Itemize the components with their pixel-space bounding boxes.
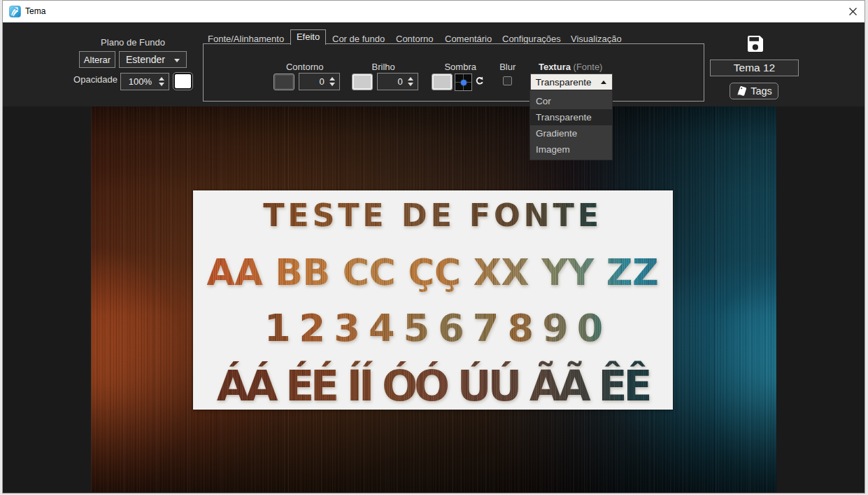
shadow-direction-pad[interactable] bbox=[455, 74, 472, 91]
spinner-arrows[interactable] bbox=[157, 74, 166, 90]
outline-color-swatch[interactable] bbox=[273, 74, 294, 90]
glow-label: Brilho bbox=[361, 62, 406, 72]
app-root: Tema Plano de Fundo Alterar Estender Opa… bbox=[0, 0, 868, 495]
texture-option-gradiente[interactable]: Gradiente bbox=[530, 125, 612, 141]
close-button[interactable] bbox=[845, 4, 860, 19]
toolbar: Plano de Fundo Alterar Estender Opacidad… bbox=[3, 22, 865, 106]
arrow-up-icon bbox=[329, 77, 335, 81]
texture-option-transparente[interactable]: Transparente bbox=[530, 109, 612, 125]
font-test-panel: TESTE DE FONTE AA BB CC ÇÇ XX YY ZZ 1 2 … bbox=[193, 190, 673, 410]
titlebar[interactable]: Tema bbox=[3, 1, 865, 22]
font-test-line4: ÁÁ ÉÉ ÍÍ ÓÓ ÚÚ ÃÃ ÊÊ bbox=[193, 347, 672, 424]
theme-name-field[interactable]: Tema 12 bbox=[710, 60, 799, 76]
texture-option-cor[interactable]: Cor bbox=[530, 93, 612, 109]
texture-option-imagem[interactable]: Imagem bbox=[530, 141, 612, 158]
texture-label: Textura (Fonte) bbox=[522, 62, 620, 72]
tags-icon bbox=[736, 85, 747, 97]
window-title: Tema bbox=[25, 6, 45, 16]
background-section-title: Plano de Fundo bbox=[99, 37, 166, 48]
shadow-position-dot[interactable] bbox=[461, 80, 467, 85]
outline-value: 0 bbox=[319, 74, 324, 90]
effect-panel: Contorno 0 Brilho 0 bbox=[203, 43, 704, 102]
tab-efeito[interactable]: Efeito bbox=[290, 29, 326, 45]
texture-selected-value: Transparente bbox=[536, 77, 592, 88]
arrow-up-icon bbox=[159, 77, 164, 81]
texture-combobox[interactable]: Transparente bbox=[530, 74, 613, 90]
background-color-swatch[interactable] bbox=[173, 73, 192, 90]
opacity-value: 100% bbox=[129, 74, 152, 90]
tags-button[interactable]: Tags bbox=[730, 83, 778, 99]
opacity-label: Opacidade bbox=[71, 74, 118, 85]
shadow-reset-icon[interactable] bbox=[475, 76, 484, 86]
app-icon bbox=[9, 6, 21, 18]
blur-checkbox[interactable] bbox=[503, 76, 512, 85]
fill-mode-select[interactable]: Estender bbox=[119, 51, 187, 68]
arrow-down-icon bbox=[329, 83, 335, 86]
glow-spinner[interactable]: 0 bbox=[377, 73, 418, 90]
texture-dropdown-popup: Cor Transparente Gradiente Imagem bbox=[529, 90, 613, 160]
glow-value: 0 bbox=[397, 74, 402, 90]
glow-color-swatch[interactable] bbox=[352, 74, 373, 90]
outline-spinner[interactable]: 0 bbox=[299, 73, 340, 90]
texture-label-main: Textura bbox=[539, 62, 571, 72]
opacity-spinner[interactable]: 100% bbox=[120, 73, 169, 90]
shadow-label: Sombra bbox=[438, 62, 483, 72]
texture-label-suffix: (Fonte) bbox=[574, 62, 603, 72]
preview-area: TESTE DE FONTE AA BB CC ÇÇ XX YY ZZ 1 2 … bbox=[3, 106, 865, 492]
slide-background: TESTE DE FONTE AA BB CC ÇÇ XX YY ZZ 1 2 … bbox=[91, 106, 776, 492]
tema-window: Tema Plano de Fundo Alterar Estender Opa… bbox=[3, 1, 865, 493]
outline-label: Contorno bbox=[277, 62, 333, 72]
change-background-button[interactable]: Alterar bbox=[79, 51, 115, 68]
fill-mode-value: Estender bbox=[126, 54, 165, 65]
arrow-down-icon bbox=[408, 83, 413, 86]
arrow-down-icon bbox=[159, 83, 164, 86]
chevron-down-icon bbox=[174, 59, 180, 62]
close-icon bbox=[849, 8, 857, 15]
chevron-up-icon bbox=[601, 81, 606, 84]
arrow-up-icon bbox=[408, 77, 413, 81]
save-icon[interactable] bbox=[747, 35, 764, 53]
spinner-arrows[interactable] bbox=[328, 74, 336, 90]
tags-label: Tags bbox=[750, 85, 772, 97]
shadow-color-swatch[interactable] bbox=[432, 74, 453, 90]
spinner-arrows[interactable] bbox=[406, 74, 415, 90]
